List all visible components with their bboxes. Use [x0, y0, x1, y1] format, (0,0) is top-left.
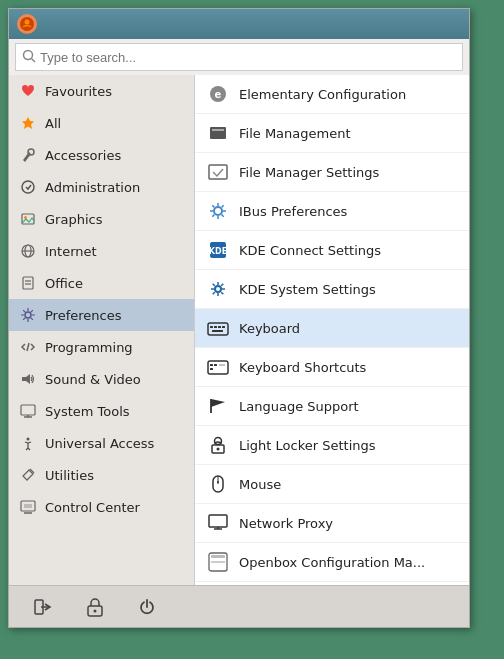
light-locker-icon	[207, 434, 229, 456]
sidebar-item-accessories[interactable]: Accessories	[9, 139, 194, 171]
svg-rect-29	[212, 129, 224, 131]
content-item-label: Keyboard	[239, 321, 300, 336]
content-item-openbox-config[interactable]: Openbox Configuration Ma...	[195, 543, 469, 582]
sidebar-item-label: System Tools	[45, 404, 130, 419]
content-item-label: IBus Preferences	[239, 204, 347, 219]
star-icon	[19, 114, 37, 132]
ibus-preferences-icon	[207, 200, 229, 222]
sidebar-item-graphics[interactable]: Graphics	[9, 203, 194, 235]
utilities-icon	[19, 466, 37, 484]
content-item-keyboard-shortcuts[interactable]: Keyboard Shortcuts	[195, 348, 469, 387]
sidebar-item-office[interactable]: Office	[9, 267, 194, 299]
network-proxy-icon	[207, 512, 229, 534]
sidebar-item-label: Preferences	[45, 308, 121, 323]
svg-text:e: e	[215, 89, 222, 100]
main-area: FavouritesAllAccessoriesAdministrationGr…	[9, 75, 469, 585]
elementary-config-icon: e	[207, 83, 229, 105]
content-item-file-management[interactable]: File Management	[195, 114, 469, 153]
sidebar-item-label: Universal Access	[45, 436, 154, 451]
content-item-light-locker[interactable]: Light Locker Settings	[195, 426, 469, 465]
shutdown-button[interactable]	[133, 593, 161, 621]
search-icon	[22, 49, 36, 66]
sidebar-item-label: Internet	[45, 244, 97, 259]
content-item-ibus-preferences[interactable]: IBus Preferences	[195, 192, 469, 231]
sidebar-item-sound-video[interactable]: Sound & Video	[9, 363, 194, 395]
sidebar: FavouritesAllAccessoriesAdministrationGr…	[9, 75, 195, 585]
file-management-icon	[207, 122, 229, 144]
search-bar	[15, 43, 463, 71]
kde-system-icon	[207, 278, 229, 300]
sidebar-item-control-center[interactable]: Control Center	[9, 491, 194, 523]
sidebar-item-label: Administration	[45, 180, 140, 195]
content-item-label: KDE System Settings	[239, 282, 376, 297]
system-icon	[19, 402, 37, 420]
sidebar-item-system-tools[interactable]: System Tools	[9, 395, 194, 427]
keyboard-shortcuts-icon	[207, 356, 229, 378]
sidebar-item-all[interactable]: All	[9, 107, 194, 139]
sound-icon	[19, 370, 37, 388]
keyboard-icon	[207, 317, 229, 339]
accessories-icon	[19, 146, 37, 164]
content-item-keyboard[interactable]: Keyboard	[195, 309, 469, 348]
file-manager-settings-icon	[207, 161, 229, 183]
office-icon	[19, 274, 37, 292]
logout-button[interactable]	[29, 593, 57, 621]
svg-rect-12	[23, 277, 33, 289]
sidebar-item-label: Utilities	[45, 468, 94, 483]
content-item-kde-connect[interactable]: KDEKDE Connect Settings	[195, 231, 469, 270]
content-item-kde-system[interactable]: KDE System Settings	[195, 270, 469, 309]
search-clear-button[interactable]	[452, 55, 456, 59]
sidebar-item-internet[interactable]: Internet	[9, 235, 194, 267]
content-item-label: Network Proxy	[239, 516, 333, 531]
graphics-icon	[19, 210, 37, 228]
sidebar-item-utilities[interactable]: Utilities	[9, 459, 194, 491]
sidebar-item-universal-access[interactable]: Universal Access	[9, 427, 194, 459]
svg-text:KDE: KDE	[209, 247, 227, 256]
content-item-label: Light Locker Settings	[239, 438, 376, 453]
sidebar-item-favourites[interactable]: Favourites	[9, 75, 194, 107]
content-item-label: KDE Connect Settings	[239, 243, 381, 258]
bottom-bar	[9, 585, 469, 627]
sidebar-item-label: Control Center	[45, 500, 140, 515]
content-panel: eElementary ConfigurationFile Management…	[195, 75, 469, 585]
admin-icon	[19, 178, 37, 196]
svg-rect-41	[208, 361, 228, 374]
sidebar-item-programming[interactable]: Programming	[9, 331, 194, 363]
content-item-label: Keyboard Shortcuts	[239, 360, 366, 375]
svg-rect-39	[222, 326, 225, 328]
content-item-label: Openbox Configuration Ma...	[239, 555, 425, 570]
sidebar-item-label: Accessories	[45, 148, 121, 163]
sidebar-item-label: Graphics	[45, 212, 102, 227]
content-item-file-manager-settings[interactable]: File Manager Settings	[195, 153, 469, 192]
svg-line-3	[32, 58, 36, 62]
svg-rect-43	[214, 364, 217, 366]
control-icon	[19, 498, 37, 516]
kde-connect-icon: KDE	[207, 239, 229, 261]
content-item-mouse[interactable]: Mouse	[195, 465, 469, 504]
sidebar-item-label: Sound & Video	[45, 372, 141, 387]
content-item-label: Language Support	[239, 399, 359, 414]
mouse-icon	[207, 473, 229, 495]
menu-logo	[17, 14, 37, 34]
svg-point-21	[27, 438, 30, 441]
sidebar-item-label: Office	[45, 276, 83, 291]
svg-rect-57	[211, 555, 225, 558]
content-item-network-proxy[interactable]: Network Proxy	[195, 504, 469, 543]
universal-icon	[19, 434, 37, 452]
openbox-config-icon	[207, 551, 229, 573]
content-item-elementary-config[interactable]: eElementary Configuration	[195, 75, 469, 114]
svg-point-49	[217, 448, 220, 451]
sidebar-item-administration[interactable]: Administration	[9, 171, 194, 203]
svg-point-34	[215, 286, 221, 292]
svg-rect-40	[212, 330, 223, 332]
programming-icon	[19, 338, 37, 356]
sidebar-item-preferences[interactable]: Preferences	[9, 299, 194, 331]
internet-icon	[19, 242, 37, 260]
lock-button[interactable]	[81, 593, 109, 621]
title-bar	[9, 9, 469, 39]
sidebar-item-label: Favourites	[45, 84, 112, 99]
content-item-language-support[interactable]: Language Support	[195, 387, 469, 426]
search-input[interactable]	[40, 50, 452, 65]
content-item-label: File Manager Settings	[239, 165, 379, 180]
svg-rect-30	[209, 165, 227, 179]
